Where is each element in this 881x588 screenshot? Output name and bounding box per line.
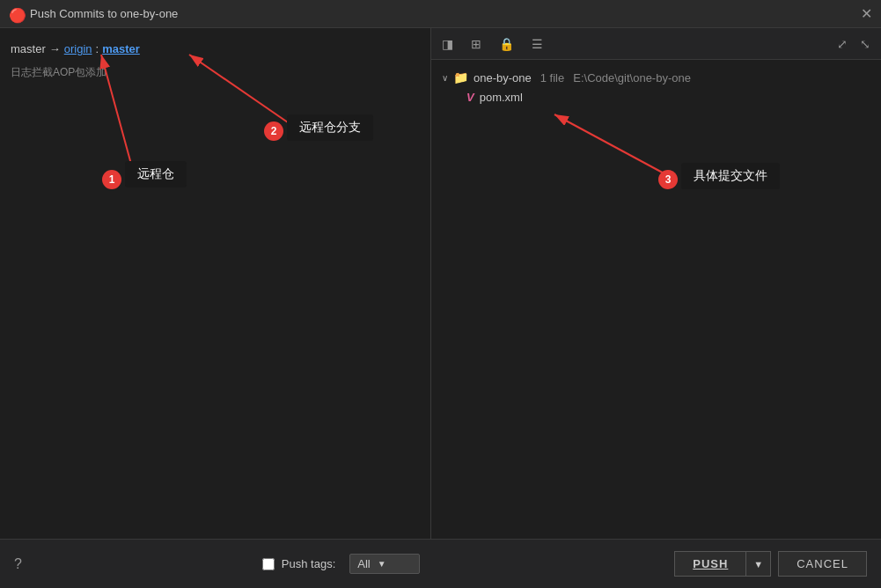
source-branch-label: master: [11, 42, 46, 55]
file-count: 1 file: [540, 71, 564, 85]
commit-list-item[interactable]: 日志拦截AOP包添加: [0, 61, 430, 85]
footer: ? Push tags: All ▼ PUSH ▼ CANCEL: [0, 539, 881, 588]
expand-icon[interactable]: ⤢: [833, 35, 851, 53]
main-layout: master → origin : master 日志拦截AOP包添加 ◨ ⊞ …: [0, 28, 881, 539]
tags-dropdown[interactable]: All ▼: [349, 554, 420, 574]
title-bar: 🔴 Push Commits to one-by-one ✕: [0, 0, 881, 28]
right-panel: ◨ ⊞ 🔒 ☰ ⤢ ⤡ ∨ 📁 one-by-one 1 file E:\Cod…: [431, 28, 881, 539]
app-icon: 🔴: [9, 7, 23, 21]
lock-icon[interactable]: 🔒: [496, 35, 518, 53]
cancel-button[interactable]: CANCEL: [778, 551, 867, 577]
file-item[interactable]: V pom.xml: [442, 88, 870, 107]
right-toolbar: ◨ ⊞ 🔒 ☰ ⤢ ⤡: [431, 28, 881, 60]
push-button-group: PUSH ▼: [674, 551, 771, 577]
push-dropdown-button[interactable]: ▼: [746, 551, 771, 577]
menu-icon[interactable]: ☰: [528, 35, 547, 53]
maven-icon: V: [466, 91, 474, 104]
repo-name: one-by-one: [474, 71, 532, 85]
target-branch-link[interactable]: master: [102, 42, 140, 55]
tree-chevron: ∨: [442, 73, 448, 83]
repo-root-item[interactable]: ∨ 📁 one-by-one 1 file E:\Code\git\one-by…: [442, 67, 870, 88]
diff-icon[interactable]: ◨: [438, 35, 457, 53]
repo-path: E:\Code\git\one-by-one: [573, 71, 691, 85]
tags-dropdown-arrow: ▼: [378, 559, 386, 569]
branch-header: master → origin : master: [0, 37, 430, 61]
close-button[interactable]: ✕: [861, 7, 872, 21]
title-bar-left: 🔴 Push Commits to one-by-one: [9, 7, 178, 21]
push-tags-label: Push tags:: [282, 557, 335, 570]
push-tags-checkbox[interactable]: [262, 558, 275, 570]
toolbar-expand: ⤢ ⤡: [833, 35, 874, 53]
push-tags-section: Push tags:: [262, 557, 335, 570]
branch-arrow: →: [49, 42, 61, 55]
push-button[interactable]: PUSH: [674, 551, 746, 577]
file-tree: ∨ 📁 one-by-one 1 file E:\Code\git\one-by…: [431, 60, 881, 539]
fullscreen-icon[interactable]: ⤡: [856, 35, 874, 53]
branch-separator: :: [96, 42, 99, 55]
remote-link[interactable]: origin: [64, 42, 92, 55]
grid-icon[interactable]: ⊞: [467, 35, 485, 53]
tags-dropdown-value: All: [357, 557, 370, 570]
file-name: pom.xml: [480, 91, 523, 104]
dialog-title: Push Commits to one-by-one: [30, 7, 178, 20]
folder-icon: 📁: [453, 70, 468, 85]
left-panel: master → origin : master 日志拦截AOP包添加: [0, 28, 431, 539]
help-icon[interactable]: ?: [14, 556, 22, 572]
